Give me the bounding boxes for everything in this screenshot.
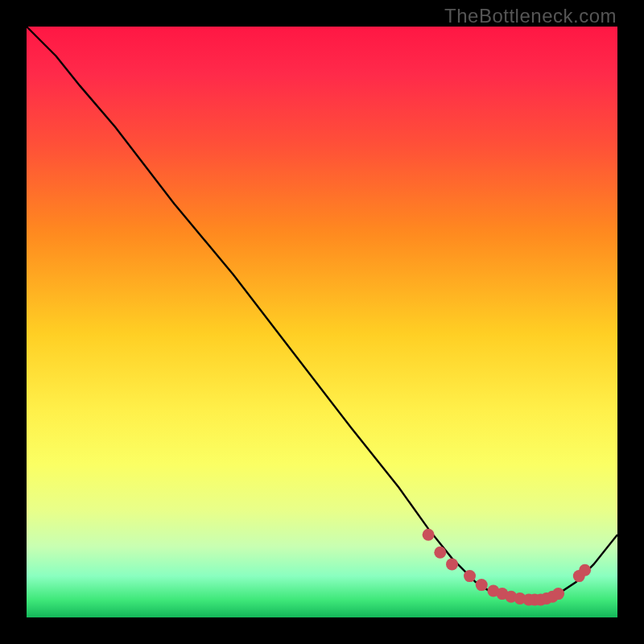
marker-dot bbox=[579, 564, 591, 576]
curve-group bbox=[27, 27, 617, 600]
marker-dot bbox=[446, 558, 458, 570]
chart-svg bbox=[0, 0, 644, 644]
chart-frame: TheBottleneck.com bbox=[0, 0, 644, 644]
marker-dot bbox=[423, 529, 435, 541]
marker-dot bbox=[464, 570, 476, 582]
marker-dot bbox=[476, 579, 488, 591]
main-curve bbox=[27, 27, 617, 600]
marker-dots bbox=[423, 529, 592, 606]
marker-dot bbox=[434, 547, 446, 559]
marker-dot bbox=[552, 588, 564, 600]
